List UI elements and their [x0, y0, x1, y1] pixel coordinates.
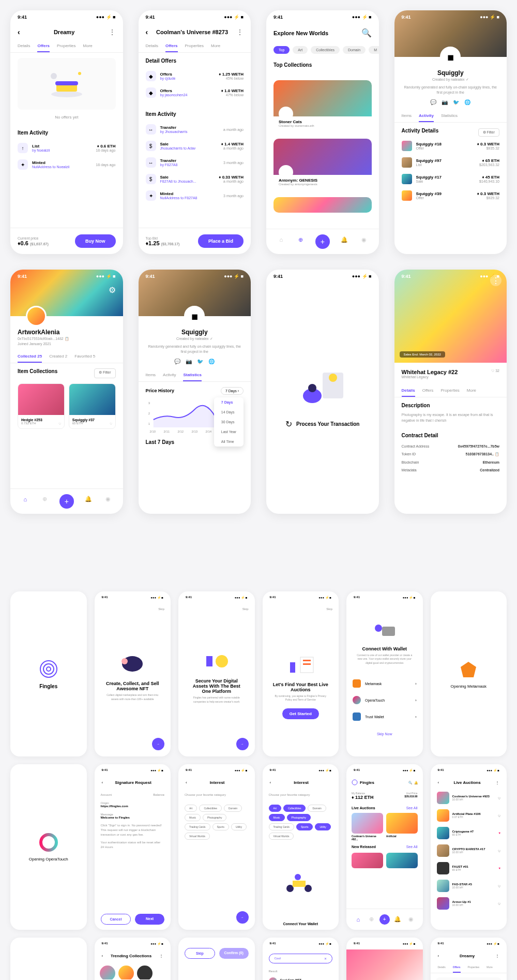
svg-point-14: [47, 667, 51, 671]
screen-dreamy: 9:41●●● ⚡ ■ ‹Dreamy⋮ Details Offers Prop…: [10, 10, 123, 254]
period-dropdown[interactable]: 7 Days ›: [221, 387, 244, 395]
nav-explore-icon[interactable]: ⊕: [296, 234, 306, 245]
screen-whitehat: 9:41●●● ⚡ ■ ⋮ Sales End: March 02, 2022 …: [394, 270, 507, 513]
next-button[interactable]: →: [236, 911, 249, 924]
screen-interest-selected: 9:41●●● ⚡ ■‹Interest Choose your favorit…: [263, 764, 339, 930]
tab-offers[interactable]: Offers: [37, 40, 50, 52]
onboard-illustration: [199, 648, 235, 674]
metamask-icon: [458, 659, 479, 680]
nft-image: 9:41●●● ⚡ ■ ⋮ Sales End: March 02, 2022: [394, 270, 507, 363]
svg-point-28: [305, 885, 312, 892]
svg-marker-25: [461, 662, 476, 677]
svg-point-27: [286, 885, 294, 892]
svg-point-24: [375, 625, 382, 632]
svg-point-16: [121, 658, 128, 664]
search-icon[interactable]: 🔍: [408, 781, 412, 784]
screen-explore: 9:41●●● ⚡ ■ Explore New Worlds🔍 Top Art …: [266, 10, 379, 254]
screen-opening-trust: Opening Trust Wallet: [10, 938, 87, 980]
svg-point-0: [51, 91, 82, 97]
screen-opening-metamask: Opening Metamask: [431, 591, 507, 757]
search-icon[interactable]: 🔍: [361, 28, 372, 38]
screen-search: 9:41●●● ⚡ ■ Cool✕ Result Cool Cats NFTCr…: [263, 938, 339, 980]
twitter-icon[interactable]: 🐦: [453, 99, 459, 105]
mint-icon: ✦: [18, 159, 28, 170]
screen-process: 9:41●●● ⚡ ■ ↻Process Your Transaction: [266, 270, 379, 513]
back-icon[interactable]: ‹: [146, 28, 148, 36]
settings-icon[interactable]: ⚙: [109, 285, 116, 295]
avatar: [279, 165, 293, 180]
avatar: [279, 107, 293, 121]
tab-properties[interactable]: Properties: [57, 40, 75, 52]
screen-skip-confirm: SkipConfirm (0) ‹Add Room2 of 5: [178, 938, 255, 980]
collection-card[interactable]: Antonym: GENESISCreated by antonymgenesi…: [273, 139, 372, 189]
svg-rect-29: [293, 881, 306, 887]
screen-live-auctions: 9:41●●● ⚡ ■‹Live Auctions⋮ Coolman's Uni…: [431, 764, 507, 930]
filter-button[interactable]: ⚙ Filter: [478, 128, 500, 137]
collection-card[interactable]: [273, 197, 372, 213]
bell-icon[interactable]: 🔔: [414, 781, 418, 784]
svg-point-30: [295, 874, 301, 880]
nft-card[interactable]: Hedgie #2530.732 ETH♡: [18, 383, 65, 429]
svg-point-13: [43, 664, 54, 674]
screen-squiggly-activity: 9:41●●● ⚡ ■◼ SquigglyCreated by natealex…: [394, 10, 507, 254]
nav-home-icon[interactable]: ⌂: [20, 494, 31, 504]
screen-connect-wallet: 9:41●●● ⚡ ■Connect With WalletConnect to…: [346, 591, 423, 757]
list-icon: ↑: [18, 143, 28, 153]
svg-text:2: 2: [148, 412, 150, 415]
svg-rect-22: [290, 662, 295, 673]
bid-button[interactable]: Place a Bid: [198, 234, 244, 248]
loading-icon: ↻: [285, 419, 292, 429]
scooter-illustration: [282, 868, 318, 894]
next-button[interactable]: Next: [135, 914, 164, 925]
status-bar: 9:41●●● ⚡ ■: [10, 10, 123, 24]
screen-signature: 9:41●●● ⚡ ■‹Signature Request AccountBal…: [95, 764, 171, 930]
search-input[interactable]: Cool✕: [269, 954, 333, 963]
like-button[interactable]: ♡ 32: [491, 369, 499, 373]
more-icon[interactable]: ⋮: [236, 28, 244, 36]
skip-link[interactable]: Skip Now: [346, 725, 423, 743]
wallet-metamask[interactable]: Metamask›: [346, 675, 423, 692]
get-started-button[interactable]: Get Started: [282, 708, 319, 719]
collection-card[interactable]: Stoner CatsCreated by stonercats.eth: [273, 80, 372, 130]
social-icons: 💬📷🐦🌐: [402, 99, 500, 105]
screen-onboard-3: 9:41●●● ⚡ ■SkipLet's Find Your Best Live…: [263, 591, 339, 757]
svg-point-17: [216, 655, 228, 667]
page-title: Coolman's Universe #8273: [156, 29, 228, 35]
tabs: Details Offers Properties More: [10, 40, 123, 53]
nav-add-icon[interactable]: +: [315, 234, 330, 249]
next-button[interactable]: →: [236, 738, 249, 750]
wallet-trust[interactable]: Trust Wallet›: [346, 708, 423, 725]
dropdown-menu: 7 Days 14 Days 30 Days Last Year All Tim…: [214, 397, 244, 447]
fingerprint-icon: [38, 659, 59, 679]
activity-title: Item Activity: [18, 130, 116, 136]
offer-icon: ◆: [146, 71, 156, 81]
nav-bell-icon[interactable]: 🔔: [339, 234, 349, 245]
svg-rect-20: [303, 660, 311, 661]
tab-more[interactable]: More: [83, 40, 92, 52]
next-button[interactable]: →: [152, 738, 164, 750]
svg-point-3: [51, 73, 57, 79]
discord-icon[interactable]: 💬: [430, 99, 436, 105]
cancel-button[interactable]: Cancel: [101, 914, 131, 925]
svg-text:1: 1: [148, 422, 150, 425]
close-icon[interactable]: ⋮: [490, 275, 501, 286]
tab-details[interactable]: Details: [18, 40, 30, 52]
web-icon[interactable]: 🌐: [464, 99, 470, 105]
avatar: ◼: [440, 47, 461, 67]
nav-home-icon[interactable]: ⌂: [276, 234, 286, 245]
wallet-opera[interactable]: OperaTouch›: [346, 692, 423, 708]
nav-profile-icon[interactable]: ◉: [359, 234, 369, 245]
screen-profile: 9:41●●● ⚡ ■⚙ ArtworkAlenia0xTbc5175534cf…: [10, 270, 123, 513]
more-icon[interactable]: ⋮: [109, 28, 116, 36]
back-icon[interactable]: ‹: [18, 28, 20, 36]
skip-button[interactable]: Skip: [95, 603, 171, 615]
svg-point-4: [78, 72, 81, 75]
buy-button[interactable]: Buy Now: [75, 234, 116, 248]
svg-rect-21: [303, 663, 311, 665]
svg-point-12: [40, 661, 57, 677]
screen-splash: Fingles: [10, 591, 87, 757]
offer-icon: ◆: [146, 87, 156, 98]
logo-icon: [352, 779, 358, 785]
instagram-icon[interactable]: 📷: [442, 99, 448, 105]
nft-card[interactable]: Squiggly #3765 ETH♡: [69, 383, 116, 429]
